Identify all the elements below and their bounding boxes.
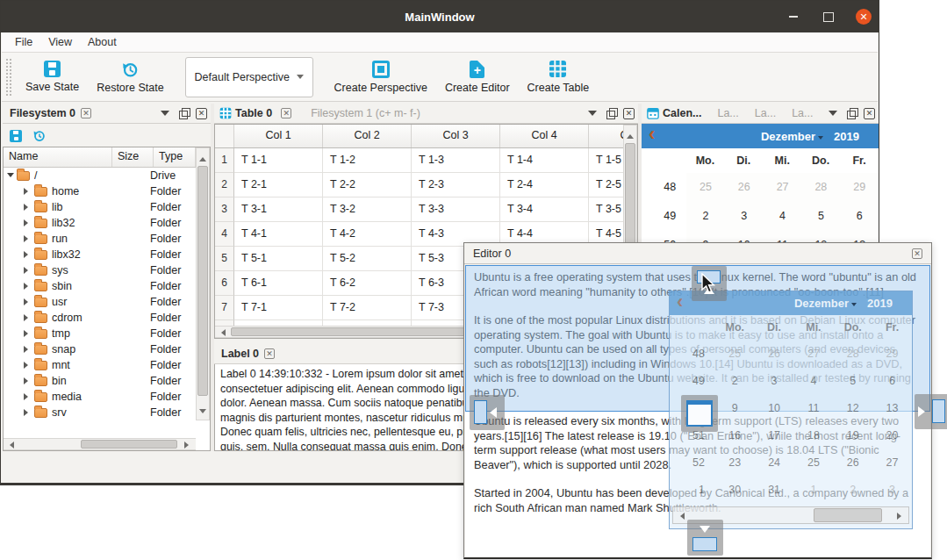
expander-icon[interactable] bbox=[24, 219, 32, 226]
scroll-left-icon[interactable] bbox=[218, 329, 226, 336]
tab-close-icon[interactable]: ✕ bbox=[264, 348, 275, 359]
calendar-day[interactable]: 4 bbox=[764, 202, 802, 231]
expander-icon[interactable] bbox=[24, 346, 32, 353]
create-editor-button[interactable]: + Create Editor bbox=[436, 54, 519, 100]
tab-label-3[interactable]: La... bbox=[792, 107, 813, 119]
col-name[interactable]: Name bbox=[4, 147, 112, 167]
expander-icon[interactable] bbox=[24, 251, 32, 258]
expander-icon[interactable] bbox=[24, 188, 32, 195]
tab-table-0[interactable]: Table 0 bbox=[235, 107, 272, 119]
row-number[interactable]: 2 bbox=[215, 173, 234, 197]
drop-indicator-center[interactable] bbox=[681, 395, 718, 432]
scroll-down-icon[interactable] bbox=[199, 409, 206, 417]
table-cell[interactable]: T 4-1 bbox=[234, 222, 323, 247]
expander-icon[interactable] bbox=[24, 393, 32, 400]
expander-icon[interactable] bbox=[24, 283, 32, 290]
calendar-day[interactable]: 25 bbox=[686, 173, 725, 202]
history-clock-icon[interactable] bbox=[32, 129, 46, 142]
float-window-icon[interactable] bbox=[605, 107, 617, 119]
expander-icon[interactable] bbox=[7, 173, 14, 181]
calendar-day[interactable]: 6 bbox=[840, 202, 879, 231]
expander-icon[interactable] bbox=[24, 377, 32, 384]
table-cell[interactable]: T 7-1 bbox=[234, 296, 323, 320]
menu-view[interactable]: View bbox=[40, 34, 80, 50]
table-col-header[interactable]: Col 4 bbox=[500, 125, 589, 147]
drop-indicator-bottom[interactable] bbox=[687, 520, 723, 556]
col-type[interactable]: Type bbox=[154, 147, 196, 167]
table-col-header[interactable]: Col 3 bbox=[412, 125, 500, 147]
table-cell[interactable]: T 5-1 bbox=[234, 247, 323, 271]
table-cell[interactable]: T 6-2 bbox=[323, 271, 412, 296]
dock-menu-icon[interactable] bbox=[159, 107, 171, 119]
tab-close-icon[interactable]: ✕ bbox=[281, 108, 291, 118]
row-number[interactable]: 7 bbox=[215, 296, 234, 320]
tree-row[interactable]: libFolder bbox=[4, 199, 196, 215]
table-cell[interactable]: T 2-1 bbox=[234, 173, 323, 197]
expander-icon[interactable] bbox=[24, 267, 32, 274]
tab-calendar[interactable]: Calen... bbox=[663, 107, 701, 119]
tree-row[interactable]: libx32Folder bbox=[4, 247, 196, 262]
expander-icon[interactable] bbox=[24, 204, 32, 211]
toolbar-grip[interactable] bbox=[5, 58, 11, 97]
tree-row[interactable]: sysFolder bbox=[4, 262, 196, 278]
table-cell[interactable]: T 1-2 bbox=[323, 148, 412, 173]
scroll-up-icon[interactable] bbox=[627, 131, 634, 139]
tab-filesystem-0[interactable]: Filesystem 0 bbox=[10, 107, 75, 119]
restore-state-button[interactable]: Restore State bbox=[88, 54, 172, 100]
menu-file[interactable]: File bbox=[7, 34, 40, 50]
tree-row[interactable]: lib32Folder bbox=[4, 215, 196, 231]
table-header[interactable]: Col 1Col 2Col 3Col 4Col 5 bbox=[215, 125, 638, 148]
perspective-dropdown[interactable]: Default Perspective bbox=[185, 57, 313, 97]
tree-row[interactable]: mediaFolder bbox=[4, 389, 196, 405]
table-cell[interactable]: T 5-2 bbox=[323, 247, 412, 271]
table-cell[interactable]: T 6-1 bbox=[234, 271, 323, 296]
calendar-day[interactable]: 26 bbox=[725, 173, 764, 202]
expander-icon[interactable] bbox=[24, 314, 32, 321]
scroll-right-icon[interactable] bbox=[184, 442, 192, 449]
editor-titlebar[interactable]: Editor 0 ✕ bbox=[464, 243, 931, 264]
drop-indicator-right[interactable] bbox=[915, 394, 947, 429]
table-cell[interactable]: T 2-4 bbox=[500, 173, 589, 197]
tab-filesystem-1[interactable]: Filesystem 1 (c+ m- f-) bbox=[311, 107, 420, 119]
expander-icon[interactable] bbox=[24, 298, 32, 305]
row-number[interactable]: 5 bbox=[215, 247, 234, 271]
tree-row[interactable]: /Drive bbox=[4, 168, 196, 183]
calendar-day[interactable]: 5 bbox=[801, 202, 840, 231]
year-label[interactable]: 2019 bbox=[834, 130, 859, 143]
scrollbar-thumb[interactable] bbox=[81, 440, 177, 449]
col-size[interactable]: Size bbox=[112, 147, 154, 167]
create-table-button[interactable]: Create Table bbox=[519, 54, 599, 100]
row-number[interactable]: 4 bbox=[215, 222, 234, 247]
tree-vscrollbar[interactable] bbox=[196, 147, 210, 420]
table-cell[interactable]: T 2-3 bbox=[412, 173, 500, 197]
maximize-icon[interactable] bbox=[821, 9, 836, 25]
scrollbar-thumb[interactable] bbox=[197, 166, 208, 396]
drop-indicator-left[interactable] bbox=[470, 395, 505, 430]
table-cell[interactable]: T 3-1 bbox=[234, 197, 323, 222]
tree-row[interactable]: runFolder bbox=[4, 231, 196, 247]
table-cell[interactable]: T 7-2 bbox=[323, 296, 412, 320]
float-window-icon[interactable] bbox=[845, 107, 857, 119]
table-cell[interactable]: T 3-3 bbox=[412, 197, 500, 222]
tab-close-icon[interactable]: ✕ bbox=[81, 108, 91, 118]
dock-close-icon[interactable]: ✕ bbox=[623, 108, 635, 119]
table-cell[interactable]: T 4-2 bbox=[323, 222, 412, 247]
calendar-day[interactable]: 2 bbox=[686, 202, 725, 231]
table-cell[interactable]: T 1-1 bbox=[234, 148, 323, 173]
calendar-day[interactable]: 29 bbox=[840, 173, 879, 202]
floppy-icon[interactable] bbox=[10, 130, 22, 142]
float-window-icon[interactable] bbox=[177, 107, 190, 119]
table-cell[interactable]: T 3-4 bbox=[500, 197, 589, 222]
tree-row[interactable]: usrFolder bbox=[4, 294, 196, 310]
month-label[interactable]: Dezember bbox=[761, 130, 815, 143]
tree-row[interactable]: binFolder bbox=[4, 373, 196, 389]
tree-row[interactable]: srvFolder bbox=[4, 405, 196, 420]
tree-row[interactable]: snapFolder bbox=[4, 341, 196, 357]
expander-icon[interactable] bbox=[24, 330, 32, 337]
table-cell[interactable]: T 2-2 bbox=[323, 173, 412, 197]
table-col-header[interactable]: Col 1 bbox=[234, 125, 323, 147]
tree-row[interactable]: mntFolder bbox=[4, 357, 196, 373]
expander-icon[interactable] bbox=[24, 362, 32, 369]
tab-label-2[interactable]: La... bbox=[755, 107, 776, 119]
tree-row[interactable]: cdromFolder bbox=[4, 310, 196, 326]
